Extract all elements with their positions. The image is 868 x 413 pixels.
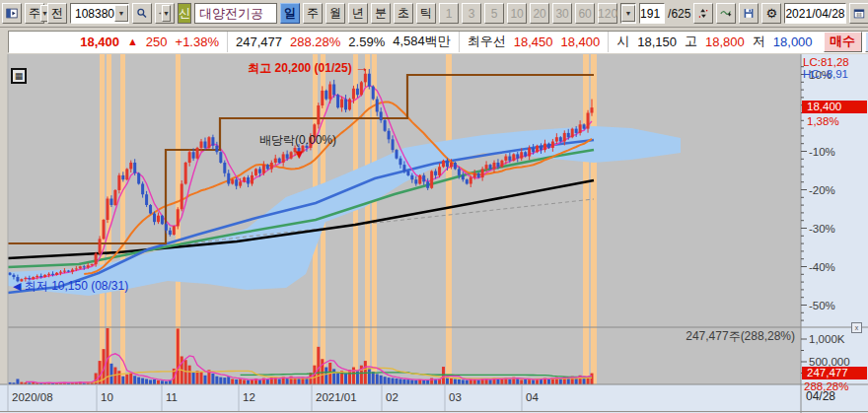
interval-20-button[interactable]: 20 bbox=[530, 3, 549, 24]
calendar-button[interactable] bbox=[849, 3, 868, 24]
tab-period-second[interactable]: 초 bbox=[394, 3, 413, 24]
down-arrow-icon: ▼ bbox=[293, 148, 306, 162]
tab-period-minute[interactable]: 분 bbox=[371, 3, 391, 24]
tab-period-week[interactable]: 주 bbox=[303, 3, 323, 24]
svg-text:2020/08: 2020/08 bbox=[12, 391, 53, 403]
period-low-annotation: ◀ 최저 10,150 (08/31) bbox=[13, 279, 128, 293]
turnover-rate: 2.59% bbox=[348, 34, 385, 49]
volume-segment: 247,477 288.28% 2.59% 4,584백만 bbox=[228, 32, 460, 52]
volume-value: 247,477 bbox=[236, 34, 282, 49]
svg-text:02: 02 bbox=[386, 391, 398, 403]
scroll-bars-button[interactable] bbox=[693, 3, 713, 24]
buy-button[interactable]: 매수 bbox=[824, 32, 862, 52]
quote-info-bar: 18,400 ▲ 250 +1.38% 247,477 288.28% 2.59… bbox=[0, 29, 868, 54]
best-quote-segment: 최우선 18,450 18,400 bbox=[460, 32, 610, 52]
tab-period-tick[interactable]: 틱 bbox=[416, 3, 436, 24]
open-label: 시 bbox=[616, 33, 629, 50]
date-corner-label: 04/28 bbox=[806, 389, 835, 403]
sound-button[interactable]: ▼ bbox=[155, 3, 175, 24]
tab-period-year[interactable]: 년 bbox=[348, 3, 368, 24]
dividend-annotation: 배당락(0.00%) bbox=[259, 133, 336, 147]
date-input[interactable]: 2021/04/28 bbox=[784, 3, 845, 24]
interval-60-button[interactable]: 60 bbox=[575, 3, 595, 24]
current-price: 18,400 bbox=[80, 34, 119, 49]
best-ask: 18,450 bbox=[514, 34, 553, 49]
best-bid: 18,400 bbox=[561, 34, 601, 49]
tab-period-day[interactable]: 일 bbox=[280, 3, 300, 24]
market-type-label: 주 bbox=[29, 5, 40, 22]
svg-text:-50%: -50% bbox=[809, 300, 835, 311]
up-triangle-icon: ▲ bbox=[127, 35, 138, 47]
search-button[interactable] bbox=[132, 3, 152, 24]
svg-text:-20%: -20% bbox=[809, 184, 835, 196]
ohl-segment: 시 18,150 고 18,800 저 18,000 bbox=[609, 32, 820, 52]
quote-strip: 18,400 ▲ 250 +1.38% 247,477 288.28% 2.59… bbox=[8, 31, 868, 53]
volume-summary-label: 247,477주(288,28%) bbox=[493, 329, 795, 343]
compare-chart-button[interactable] bbox=[716, 3, 736, 24]
high-label: 고 bbox=[685, 33, 697, 50]
compare-icon bbox=[720, 6, 732, 21]
svg-text:-40%: -40% bbox=[809, 261, 835, 273]
volume-ratio: 288.28% bbox=[290, 34, 340, 49]
svg-text:04: 04 bbox=[526, 391, 539, 403]
low-label: 저 bbox=[753, 33, 765, 50]
period-high-text: 최고 20,200 (01/25) bbox=[248, 61, 351, 75]
period-high-annotation: 최고 20,200 (01/25) → bbox=[195, 60, 369, 75]
svg-text:11: 11 bbox=[166, 391, 178, 403]
svg-text:-30%: -30% bbox=[809, 223, 835, 235]
interval-1-button[interactable]: 1 bbox=[439, 3, 459, 24]
interval-3-button[interactable]: 3 bbox=[462, 3, 481, 24]
high-value: 18,800 bbox=[705, 34, 745, 49]
current-price-marker: 18,400 bbox=[802, 101, 867, 113]
bar-total-label: /625 bbox=[668, 7, 690, 21]
updown-icon bbox=[697, 6, 709, 21]
svg-text:12: 12 bbox=[243, 391, 255, 403]
sell-button[interactable]: 매도 bbox=[865, 32, 868, 52]
left-arrow-icon: ◀ bbox=[13, 280, 21, 292]
open-value: 18,150 bbox=[637, 34, 677, 49]
svg-text:2021/01: 2021/01 bbox=[316, 391, 357, 403]
right-arrow-icon: → bbox=[355, 59, 369, 75]
period-low-text: 최저 10,150 (08/31) bbox=[25, 279, 128, 293]
panel-toggle-button[interactable] bbox=[2, 3, 22, 24]
svg-text:-10%: -10% bbox=[809, 146, 835, 158]
current-volume-marker: 247,477 bbox=[802, 367, 867, 379]
stock-code-input[interactable]: 108380 ▼ bbox=[70, 3, 129, 24]
chevron-down-icon[interactable]: ▼ bbox=[621, 5, 635, 22]
svg-text:10: 10 bbox=[101, 391, 113, 403]
interval-10-button[interactable]: 10 bbox=[507, 3, 527, 24]
stock-name-label: 대양전기공 bbox=[194, 3, 277, 24]
interval-5-button[interactable]: 5 bbox=[484, 3, 504, 24]
svg-text:03: 03 bbox=[449, 391, 462, 403]
price-change-pct: +1.38% bbox=[176, 34, 219, 49]
market-type-select[interactable]: 주 ▼ bbox=[25, 3, 44, 24]
bar-count-value: 191 bbox=[640, 7, 660, 21]
trade-value: 4,584백만 bbox=[393, 33, 451, 50]
chart-toolbar: 주 ▼ 전 108380 ▼ ▼ 신 대양전기공 일 주 월 년 분 초 틱 1… bbox=[0, 0, 868, 28]
chart-area[interactable]: 10%-10%-20%-30%-40%-50%1,000K500,0002020… bbox=[0, 54, 868, 413]
interval-120-button[interactable]: 120 bbox=[598, 3, 617, 24]
chevron-down-icon[interactable]: ▼ bbox=[162, 5, 171, 22]
new-listing-badge: 신 bbox=[178, 3, 191, 24]
save-button[interactable] bbox=[739, 3, 759, 24]
calendar-icon bbox=[853, 6, 865, 21]
settings-button[interactable]: ⚙ bbox=[761, 3, 781, 24]
gear-icon: ⚙ bbox=[766, 7, 778, 20]
interval-select[interactable]: ▼ bbox=[620, 3, 636, 24]
interval-30-button[interactable]: 30 bbox=[552, 3, 572, 24]
collapse-pane-icon[interactable]: x bbox=[851, 322, 862, 333]
prev-stock-button[interactable]: 전 bbox=[47, 3, 67, 24]
panel-toggle-icon bbox=[6, 6, 18, 21]
save-icon bbox=[743, 6, 755, 21]
tab-period-month[interactable]: 월 bbox=[326, 3, 345, 24]
price-change: 250 bbox=[146, 34, 168, 49]
grid-icon[interactable]: ▦ bbox=[11, 68, 27, 84]
chevron-down-icon[interactable]: ▼ bbox=[114, 5, 128, 22]
search-icon bbox=[136, 6, 148, 21]
svg-text:1,000K: 1,000K bbox=[809, 333, 845, 345]
price-volume-chart[interactable]: 10%-10%-20%-30%-40%-50%1,000K500,0002020… bbox=[0, 54, 868, 413]
bar-count-input[interactable]: 191 bbox=[639, 3, 665, 24]
best-label: 최우선 bbox=[468, 33, 506, 50]
stock-code-value: 108380 bbox=[75, 7, 114, 21]
date-value: 2021/04/28 bbox=[785, 7, 844, 21]
